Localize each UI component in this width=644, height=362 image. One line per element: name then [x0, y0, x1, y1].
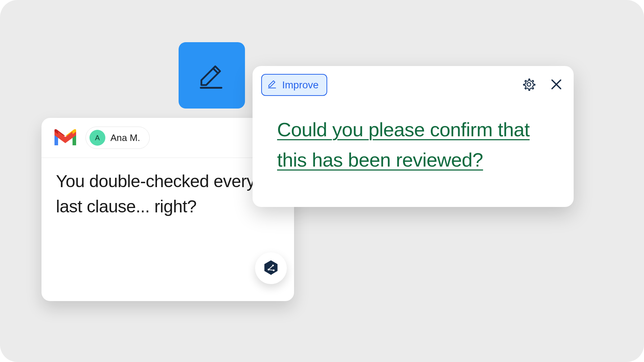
settings-button[interactable]: [520, 76, 538, 94]
gear-icon: [522, 78, 535, 92]
gmail-icon: [52, 128, 78, 147]
suggestion-header: Improve: [261, 74, 565, 96]
improve-label: Improve: [282, 79, 319, 91]
avatar-initial: A: [95, 134, 100, 142]
sender-name: Ana M.: [110, 132, 140, 144]
avatar: A: [89, 130, 105, 146]
svg-point-8: [527, 83, 531, 86]
suggestion-card: Improve: [253, 66, 574, 207]
suggestion-text[interactable]: Could you please confirm that this has b…: [277, 115, 549, 175]
improve-button[interactable]: Improve: [261, 74, 327, 96]
pencil-icon: [194, 57, 229, 93]
sender-chip[interactable]: A Ana M.: [86, 127, 150, 149]
close-button[interactable]: [548, 76, 565, 94]
canvas-background: A Ana M. You double-checked every last c…: [0, 0, 644, 362]
suggestion-body: Could you please confirm that this has b…: [261, 104, 565, 198]
share-icon: [263, 259, 279, 277]
share-button[interactable]: [255, 252, 287, 284]
pencil-icon: [267, 78, 278, 92]
edit-tile[interactable]: [179, 42, 245, 109]
close-icon: [550, 78, 563, 92]
